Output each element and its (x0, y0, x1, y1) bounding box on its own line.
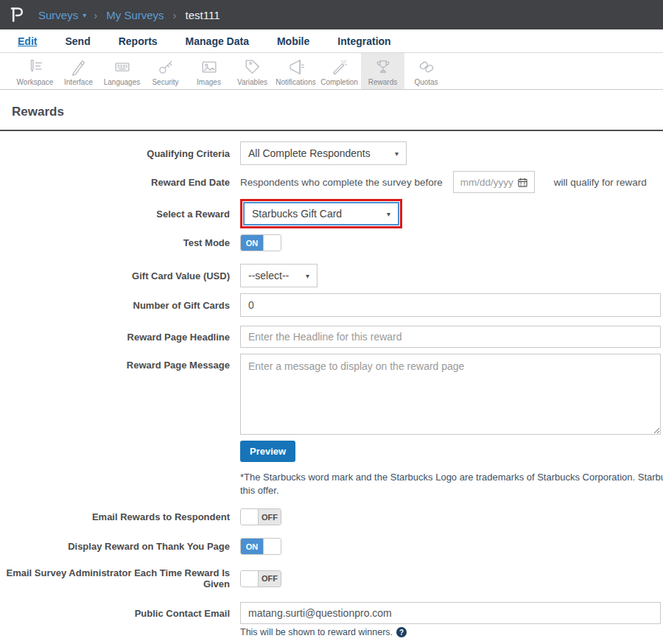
reward-page-headline-input[interactable] (240, 326, 661, 348)
public-contact-email-label: Public Contact Email (0, 608, 230, 619)
toggle-knob (241, 571, 259, 587)
select-reward-row: Select a Reward Starbucks Gift Card ▾ (0, 199, 663, 228)
reward-page-message-label: Reward Page Message (0, 354, 230, 371)
caret-down-icon[interactable]: ▾ (83, 11, 86, 19)
variables-icon (243, 57, 262, 77)
page-title: Rewards (0, 90, 663, 130)
public-contact-email-row: Public Contact Email (0, 602, 663, 624)
end-date-input[interactable] (460, 177, 518, 188)
toolbar-item-interface[interactable]: Interface (57, 53, 100, 89)
chevron-right-icon: › (94, 9, 97, 21)
email-admin-row: Email Survey Administrator Each Time Rew… (0, 567, 663, 589)
qualifying-criteria-value: All Complete Respondents (248, 147, 371, 159)
toggle-state-text: ON (241, 235, 263, 251)
test-mode-toggle[interactable]: ON (240, 234, 281, 251)
email-admin-label: Email Survey Administrator Each Time Rew… (0, 567, 230, 589)
quotas-icon (417, 57, 436, 77)
qualifying-criteria-select[interactable]: All Complete Respondents ▾ (240, 141, 407, 165)
toolbar-item-variables[interactable]: Variables (231, 53, 274, 89)
rewards-form: Qualifying Criteria All Complete Respond… (0, 131, 663, 644)
toggle-knob (263, 235, 281, 251)
toolbar-item-languages[interactable]: Languages (100, 53, 144, 89)
preview-row: Preview (0, 441, 663, 462)
toolbar-item-images[interactable]: Images (187, 53, 231, 89)
toolbar-item-rewards[interactable]: Rewards (361, 53, 404, 89)
tab-integration[interactable]: Integration (337, 35, 390, 47)
end-date-field[interactable] (453, 171, 535, 193)
number-of-gift-cards-input[interactable] (240, 293, 661, 317)
qualifying-criteria-label: Qualifying Criteria (0, 148, 230, 159)
breadcrumb-surveys[interactable]: Surveys (38, 9, 78, 21)
questionpro-logo[interactable] (9, 6, 25, 24)
tab-send[interactable]: Send (65, 35, 90, 47)
email-rewards-label: Email Rewards to Respondent (0, 511, 230, 522)
public-contact-email-input[interactable] (240, 602, 661, 624)
qualifying-criteria-row: Qualifying Criteria All Complete Respond… (0, 141, 663, 165)
interface-icon (69, 57, 88, 77)
reward-page-message-textarea[interactable] (240, 354, 661, 435)
reward-end-date-label: Reward End Date (0, 177, 230, 188)
tab-reports[interactable]: Reports (119, 35, 158, 47)
display-reward-row: Display Reward on Thank You Page ON (0, 538, 663, 555)
starbucks-disclaimer-text: *The Starbucks word mark and the Starbuc… (240, 471, 663, 497)
test-mode-row: Test Mode ON (0, 234, 663, 251)
toggle-knob (241, 509, 259, 525)
select-reward-label: Select a Reward (0, 209, 230, 220)
select-reward-select[interactable]: Starbucks Gift Card ▾ (243, 202, 399, 225)
select-reward-value: Starbucks Gift Card (252, 208, 342, 220)
email-rewards-toggle[interactable]: OFF (240, 508, 281, 525)
top-navbar: Surveys ▾ › My Surveys › test111 (0, 0, 663, 29)
dropdown-caret-icon: ▾ (395, 150, 399, 158)
tab-edit[interactable]: Edit (18, 35, 37, 47)
workspace-icon (26, 57, 45, 77)
toolbar-item-security[interactable]: Security (144, 53, 187, 89)
calendar-icon[interactable] (518, 178, 527, 187)
gift-card-value-value: --select-- (248, 270, 289, 281)
languages-icon (113, 57, 132, 77)
email-admin-toggle[interactable]: OFF (240, 570, 281, 587)
toolbar-item-completion[interactable]: Completion (318, 53, 361, 89)
gift-card-value-label: Gift Card Value (USD) (0, 270, 230, 281)
toggle-state-text: OFF (259, 571, 281, 587)
reward-page-message-row: Reward Page Message (0, 354, 663, 435)
tab-mobile[interactable]: Mobile (277, 35, 309, 47)
public-email-help-text: This will be shown to reward winners. (240, 627, 393, 637)
edit-toolbar: Workspace Interface Languages Security I… (0, 53, 663, 90)
breadcrumb-survey-name: test111 (186, 9, 220, 21)
security-icon (156, 57, 175, 77)
toggle-state-text: OFF (259, 509, 281, 525)
dropdown-caret-icon: ▾ (306, 272, 309, 280)
preview-button[interactable]: Preview (240, 441, 295, 462)
toggle-knob (263, 539, 281, 554)
end-date-suffix-text: will qualify for reward (554, 177, 647, 188)
toolbar-item-workspace[interactable]: Workspace (13, 53, 57, 89)
completion-icon (330, 57, 349, 77)
toolbar-item-quotas[interactable]: Quotas (404, 53, 448, 89)
help-question-icon[interactable]: ? (396, 627, 407, 637)
images-icon (200, 57, 219, 77)
test-mode-label: Test Mode (0, 237, 230, 248)
number-of-gift-cards-row: Number of Gift Cards (0, 293, 663, 317)
notifications-icon (287, 57, 306, 77)
end-date-prefix-text: Respondents who complete the survey befo… (240, 177, 443, 188)
gift-card-value-select[interactable]: --select-- ▾ (240, 264, 318, 287)
chevron-right-icon: › (173, 9, 177, 21)
number-of-gift-cards-label: Number of Gift Cards (0, 300, 230, 311)
dropdown-caret-icon: ▾ (387, 210, 390, 218)
display-reward-label: Display Reward on Thank You Page (0, 541, 230, 552)
breadcrumb-my-surveys[interactable]: My Surveys (106, 9, 164, 21)
reward-end-date-row: Reward End Date Respondents who complete… (0, 171, 663, 193)
gift-card-value-row: Gift Card Value (USD) --select-- ▾ (0, 264, 663, 287)
reward-page-headline-row: Reward Page Headline (0, 326, 663, 348)
rewards-trophy-icon (373, 57, 393, 77)
display-reward-toggle[interactable]: ON (240, 538, 281, 555)
annotation-highlight-select-reward: Starbucks Gift Card ▾ (240, 199, 402, 228)
reward-page-headline-label: Reward Page Headline (0, 332, 230, 343)
main-menu: Edit Send Reports Manage Data Mobile Int… (0, 29, 663, 53)
public-email-help: This will be shown to reward winners. ? (240, 627, 663, 637)
email-rewards-row: Email Rewards to Respondent OFF (0, 508, 663, 525)
tab-manage-data[interactable]: Manage Data (186, 35, 249, 47)
toolbar-item-notifications[interactable]: Notifications (274, 53, 318, 89)
toggle-state-text: ON (241, 539, 263, 554)
